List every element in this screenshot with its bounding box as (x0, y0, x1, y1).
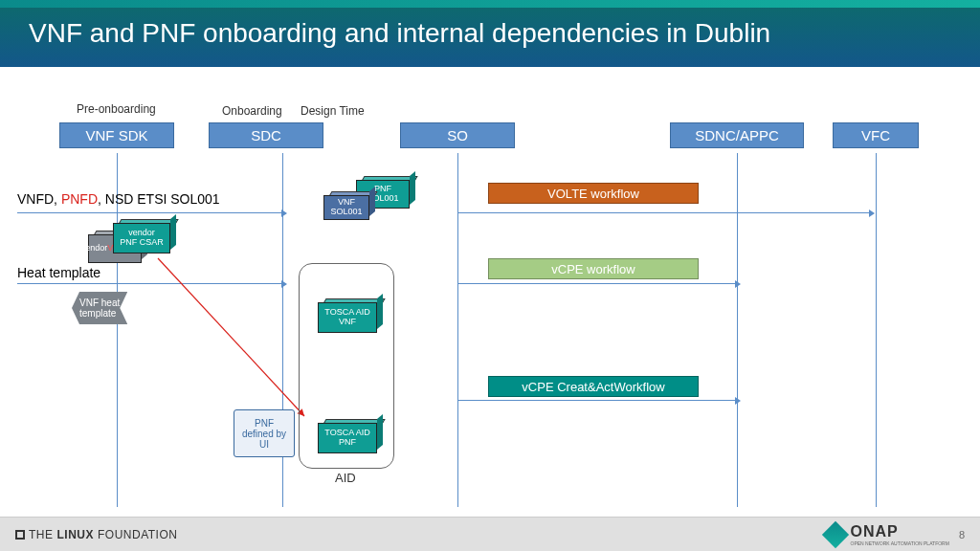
phase-onboarding: Onboarding (222, 104, 282, 118)
block-pnf-ui: PNF defined by UI (234, 409, 295, 457)
col-sdc: SDC (209, 122, 323, 148)
col-so: SO (400, 122, 515, 148)
workflow-vcpe-create: vCPE Creat&ActWorkflow (488, 376, 699, 397)
arrow-vcpe2 (457, 400, 735, 401)
arrow-volte (457, 212, 869, 213)
block-vnf-sol001-label: VNF SOL001 (323, 195, 369, 220)
block-tosca-vnf-label: TOSCA AID VNF (318, 302, 377, 333)
block-tosca-vnf: TOSCA AID VNF (318, 302, 377, 333)
page-title: VNF and PNF onboarding and internal depe… (29, 18, 770, 49)
row-vnfd-b: PNFD (61, 191, 98, 207)
lf-linux: LINUX (57, 528, 95, 541)
vline-sdnc (737, 153, 738, 507)
arrow-r1-sdc (17, 212, 281, 213)
col-vnf-sdk: VNF SDK (59, 122, 174, 148)
workflow-volte: VOLTE workflow (488, 183, 699, 204)
lf-icon (15, 530, 25, 540)
page-number: 8 (959, 529, 965, 540)
block-vnf-sol001: VNF SOL001 (323, 195, 369, 220)
row-vnfd: VNFD, PNFD, NSD ETSI SOL001 (17, 191, 220, 207)
title-bar: VNF and PNF onboarding and internal depe… (0, 0, 980, 67)
diagram-canvas: Pre-onboarding Onboarding Design Time VN… (0, 67, 980, 517)
aid-label: AID (335, 471, 356, 485)
onap-text: ONAP (851, 523, 949, 540)
row-vnfd-c: , NSD ETSI SOL001 (98, 191, 220, 207)
row-vnfd-a: VNFD, (17, 191, 61, 207)
vline-so (457, 153, 458, 507)
col-sdnc: SDNC/APPC (670, 122, 804, 148)
lf-foundation: FOUNDATION (98, 528, 177, 541)
col-vfc: VFC (833, 122, 919, 148)
onap-icon (821, 520, 848, 547)
block-tosca-pnf-label: TOSCA AID PNF (318, 423, 377, 453)
block-vendor-pnf-csar: vendor PNF CSAR (113, 223, 170, 253)
arrow-vcpe (457, 283, 735, 284)
arrow-r2-sdc (17, 283, 281, 284)
vline-vfc (876, 153, 877, 507)
onap-logo: ONAP OPEN NETWORK AUTOMATION PLATFORM (826, 523, 949, 546)
workflow-vcpe: vCPE workflow (488, 258, 699, 279)
linux-foundation-logo: THE LINUX FOUNDATION (15, 528, 177, 541)
phase-design: Design Time (301, 104, 365, 118)
block-vendor-pnf-csar-label: vendor PNF CSAR (113, 223, 170, 253)
lf-the: THE (29, 528, 54, 541)
row-heat: Heat template (17, 265, 100, 280)
phase-pre: Pre-onboarding (77, 102, 156, 116)
onap-subtext: OPEN NETWORK AUTOMATION PLATFORM (851, 540, 949, 546)
block-tosca-pnf: TOSCA AID PNF (318, 423, 377, 453)
footer: THE LINUX FOUNDATION ONAP OPEN NETWORK A… (0, 517, 980, 551)
flag-vnf-heat: VNF heat template (72, 292, 127, 324)
